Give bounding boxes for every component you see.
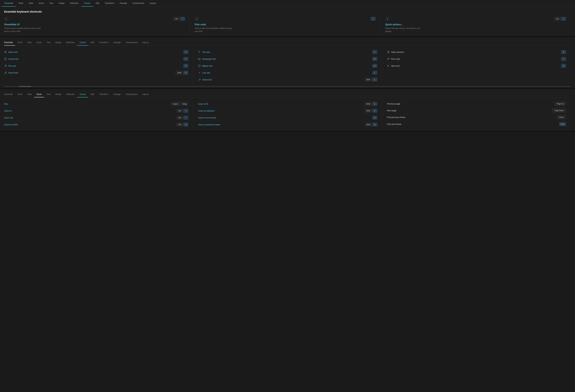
tools-shortcuts-grid: Move tool V bbox=[4, 49, 571, 83]
tools-tab-edit[interactable]: Edit bbox=[88, 40, 96, 46]
tools-tab-transform[interactable]: Transform bbox=[96, 40, 111, 46]
key-i2: I bbox=[561, 57, 566, 61]
key-space: Space bbox=[171, 102, 180, 106]
tools-tab-tools[interactable]: Tools bbox=[15, 40, 25, 46]
zoom-tab-components[interactable]: Components bbox=[123, 91, 140, 97]
card-keys-1: Ctrl \ bbox=[173, 17, 185, 21]
svg-line-14 bbox=[198, 72, 200, 74]
slice-keys: S bbox=[561, 64, 566, 68]
zoomfit-keys: Shift 1 bbox=[365, 102, 377, 106]
zoom-tab-arrange[interactable]: Arrange bbox=[111, 91, 123, 97]
key-plus: + bbox=[183, 109, 188, 113]
svg-rect-12 bbox=[198, 58, 200, 60]
shortcut-frame: Frame tool F bbox=[4, 56, 188, 62]
essential-card-1: 1 Show/Hide UI Press it now to quickly h… bbox=[4, 17, 190, 33]
shortcut-zoom100: Zoom to 100% Ctrl 0 bbox=[4, 121, 188, 128]
tools-tab-view[interactable]: View bbox=[25, 40, 34, 46]
pen-icon bbox=[4, 65, 7, 67]
shortcut-cards: 1 Show/Hide UI Press it now to quickly h… bbox=[4, 17, 571, 33]
move-keys: V bbox=[183, 50, 188, 54]
prevpage-label: Previous page bbox=[387, 103, 400, 105]
tab-transform[interactable]: Transform bbox=[102, 0, 117, 7]
card-desc-1: Press it now to quickly hide the panes a… bbox=[4, 27, 43, 33]
tools-tab-essential[interactable]: Essential bbox=[4, 40, 15, 46]
key-l: L bbox=[372, 71, 377, 74]
tab-essential[interactable]: Essential bbox=[2, 0, 16, 7]
shortcut-text: Text tool T bbox=[198, 49, 377, 56]
zoom-tab-zoom[interactable]: Zoom bbox=[34, 91, 44, 97]
pan-label: Pan bbox=[4, 103, 8, 105]
svg-rect-0 bbox=[5, 58, 6, 60]
tools-section: Essential Tools View Zoom Text Shape Sel… bbox=[0, 37, 575, 89]
zoom-tab-transform[interactable]: Transform bbox=[96, 91, 111, 97]
zoom-section: Essential Tools View Zoom Text Shape Sel… bbox=[0, 89, 575, 132]
tab-selection[interactable]: Selection bbox=[67, 0, 81, 7]
card-desc-3: Search through menus, commands, and plug… bbox=[385, 27, 424, 33]
line-icon bbox=[198, 72, 201, 74]
scroll-bar[interactable] bbox=[4, 86, 571, 87]
tab-edit[interactable]: Edit bbox=[93, 0, 102, 7]
key-i: I bbox=[371, 17, 376, 21]
tab-zoom[interactable]: Zoom bbox=[36, 0, 47, 7]
shortcut-zoomnext: Zoom to next frame N bbox=[198, 114, 377, 121]
pan-keys: Space drag bbox=[171, 102, 188, 106]
tab-shape[interactable]: Shape bbox=[56, 0, 67, 7]
key-pageup: Page Up bbox=[554, 102, 566, 106]
tab-layout[interactable]: Layout bbox=[147, 0, 159, 7]
tools-tab-text[interactable]: Text bbox=[44, 40, 53, 46]
badge-1: 1 bbox=[4, 17, 8, 21]
tab-view[interactable]: View bbox=[26, 0, 36, 7]
tools-tab-selection[interactable]: Selection bbox=[64, 40, 77, 46]
findprev-keys: Home bbox=[557, 116, 566, 119]
rect-label: Rectangle tool bbox=[198, 58, 216, 60]
tab-components[interactable]: Components bbox=[130, 0, 147, 7]
zoomsel-label: Zoom to selection bbox=[198, 110, 215, 112]
key-v: V bbox=[183, 50, 188, 54]
ellipse-icon bbox=[198, 65, 201, 67]
nextpage-keys: Page Down bbox=[552, 109, 566, 112]
top-tab-bar: Essential Tools View Zoom Text Shape Sel… bbox=[0, 0, 575, 7]
svg-line-9 bbox=[4, 74, 5, 74]
zoom-tab-selection[interactable]: Selection bbox=[64, 91, 77, 97]
tab-text[interactable]: Text bbox=[47, 0, 56, 7]
zoomnext-keys: N bbox=[372, 116, 377, 120]
badge-3: 3 bbox=[385, 17, 389, 21]
tools-tab-components[interactable]: Components bbox=[123, 40, 140, 46]
shortcut-line: Line tool L bbox=[198, 69, 377, 76]
zoom-tab-edit[interactable]: Edit bbox=[88, 91, 96, 97]
zoom-tab-essential[interactable]: Essential bbox=[4, 91, 15, 97]
zoom-tab-layout[interactable]: Layout bbox=[140, 91, 151, 97]
zoom-shortcuts-grid: Pan Space drag Zoom in Ctrl + bbox=[4, 100, 571, 128]
prevpage-keys: Page Up bbox=[554, 102, 566, 106]
zoom-tab-shape[interactable]: Shape bbox=[53, 91, 64, 97]
shortcut-zoomsel: Zoom to selection Shift 2 bbox=[198, 107, 377, 114]
pickcolor-keys: I bbox=[561, 57, 566, 61]
key-p2: P bbox=[183, 71, 188, 74]
tab-arrange[interactable]: Arrange bbox=[117, 0, 130, 7]
tools-tab-layout[interactable]: Layout bbox=[140, 40, 151, 46]
tab-tools[interactable]: Tools bbox=[16, 0, 26, 7]
tab-cursor[interactable]: Cursor bbox=[81, 0, 93, 7]
zoomout-label: Zoom out bbox=[4, 117, 13, 119]
key-ctrl-zi: Ctrl bbox=[177, 109, 183, 113]
card-keys-3: Ctrl / bbox=[554, 17, 566, 21]
tools-tab-shape[interactable]: Shape bbox=[53, 40, 64, 46]
key-1: 1 bbox=[372, 102, 377, 106]
key-2: 2 bbox=[372, 109, 377, 113]
key-ctrl-3: Ctrl bbox=[554, 17, 561, 21]
zoom-tab-text[interactable]: Text bbox=[44, 91, 53, 97]
zoom-tab-tools[interactable]: Tools bbox=[15, 91, 25, 97]
key-o: O bbox=[372, 64, 377, 68]
key-shift-zf: Shift bbox=[365, 102, 372, 106]
pickcolor-label: Pick color bbox=[387, 58, 400, 60]
tools-tab-zoom[interactable]: Zoom bbox=[34, 40, 44, 46]
comment-label: Add comment bbox=[387, 51, 404, 53]
zoom-tab-view[interactable]: View bbox=[25, 91, 34, 97]
tools-tab-arrange[interactable]: Arrange bbox=[111, 40, 123, 46]
tools-tab-cursor[interactable]: Cursor bbox=[77, 40, 88, 46]
key-p: P bbox=[183, 64, 188, 68]
zoom-tab-cursor[interactable]: Cursor bbox=[77, 91, 88, 97]
pen-keys: P bbox=[183, 64, 188, 68]
key-s: S bbox=[561, 64, 566, 68]
scroll-thumb[interactable] bbox=[19, 86, 31, 87]
